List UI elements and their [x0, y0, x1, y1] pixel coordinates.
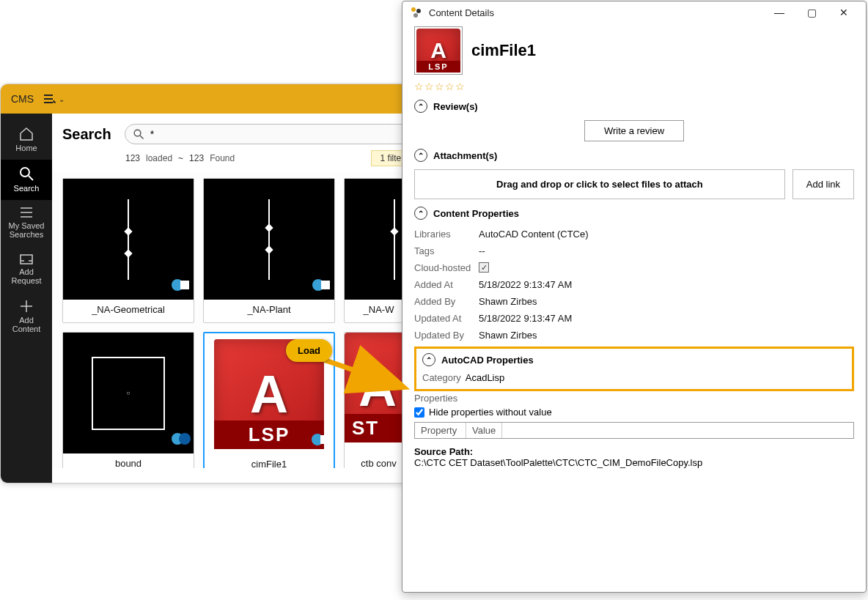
chevron-up-icon: ⌃	[414, 149, 427, 162]
tilde: ~	[178, 153, 183, 163]
tile-band: LSP	[214, 421, 324, 449]
result-tile[interactable]: ○ bound	[62, 332, 194, 468]
section-content-props[interactable]: ⌃ Content Properties	[414, 207, 854, 220]
svg-point-14	[134, 130, 141, 136]
svg-point-26	[416, 9, 421, 13]
chevron-down-icon: ⌄	[59, 95, 65, 103]
app-icon	[410, 6, 423, 19]
nav-add-content-label: Add Content	[1, 316, 52, 333]
prop-key: Updated By	[414, 330, 479, 341]
tile-caption: bound	[63, 453, 194, 468]
section-reviews-label: Review(s)	[433, 101, 478, 112]
badge-icon	[170, 276, 191, 297]
hamburger-icon	[44, 95, 56, 103]
section-attachments-label: Attachment(s)	[433, 150, 497, 161]
section-reviews[interactable]: ⌃ Review(s)	[414, 100, 854, 113]
source-path: Source Path: C:\CTC CET Dataset\ToolPale…	[414, 446, 854, 468]
svg-line-15	[140, 136, 143, 138]
source-path-value: C:\CTC CET Dataset\ToolPalette\CTC\CTC_C…	[414, 457, 854, 468]
prop-value: 5/18/2022 9:13:47 AM	[479, 313, 572, 324]
col-value: Value	[466, 423, 502, 438]
loaded-label: loaded	[146, 153, 172, 163]
search-title: Search	[62, 126, 111, 143]
source-path-label: Source Path:	[414, 446, 854, 457]
col-property: Property	[415, 423, 466, 438]
result-tile[interactable]: _NA-Plant	[203, 178, 335, 323]
category-key: Category	[422, 372, 461, 383]
prop-value: --	[479, 245, 485, 256]
search-icon	[18, 166, 34, 182]
nav-add-request[interactable]: Add Request	[1, 246, 52, 292]
property-value-table: Property Value	[414, 422, 854, 439]
cms-app-name: CMS	[11, 93, 34, 105]
add-link-button[interactable]: Add link	[792, 169, 854, 199]
hide-empty-props-checkbox[interactable]	[414, 407, 424, 418]
tile-band: ST	[345, 414, 411, 442]
nav-home-label: Home	[1, 144, 52, 152]
thumb-band: LSP	[416, 61, 460, 73]
prop-key: Libraries	[414, 229, 479, 240]
details-thumbnail: ALSP	[414, 26, 463, 75]
category-value: AcadLisp	[466, 372, 504, 383]
section-acad-props[interactable]: ⌃ AutoCAD Properties	[422, 353, 846, 366]
hide-empty-props-label: Hide properties without value	[429, 407, 552, 418]
prop-key: Added At	[414, 279, 479, 290]
home-icon	[18, 127, 34, 141]
tile-caption: _NA-Geometrical	[63, 300, 194, 322]
badge-icon	[311, 276, 331, 297]
acad-props-highlight: ⌃ AutoCAD Properties Category AcadLisp	[414, 347, 854, 391]
chevron-up-icon: ⌃	[414, 207, 427, 220]
nav-search-label: Search	[1, 184, 52, 193]
svg-line-5	[29, 176, 33, 180]
svg-marker-3	[54, 100, 56, 103]
write-review-button[interactable]: Write a review	[584, 120, 684, 141]
chevron-up-icon: ⌃	[422, 353, 435, 366]
inbox-icon	[18, 252, 34, 265]
prop-value: AutoCAD Content (CTCe)	[479, 229, 589, 240]
badge-icon	[310, 431, 331, 451]
details-window-title: Content Details	[429, 7, 494, 18]
prop-key: Added By	[414, 296, 479, 307]
section-attachments[interactable]: ⌃ Attachment(s)	[414, 149, 854, 162]
svg-rect-17	[180, 281, 189, 289]
cloud-hosted-checkbox[interactable]: ✓	[479, 262, 489, 273]
badge-icon	[170, 430, 191, 451]
properties-label: Properties	[414, 393, 854, 404]
nav-saved-searches[interactable]: My Saved Searches	[1, 200, 52, 246]
nav-add-request-label: Add Request	[1, 267, 52, 285]
tile-caption: cimFile1	[205, 454, 334, 468]
cms-sidebar: Home Search My Saved Searches Add Reques…	[1, 114, 52, 483]
nav-add-content[interactable]: Add Content	[1, 293, 52, 341]
details-title: cimFile1	[471, 41, 536, 60]
prop-key: Tags	[414, 245, 479, 256]
rating-stars[interactable]: ☆☆☆☆☆	[414, 81, 854, 92]
chevron-up-icon: ⌃	[414, 100, 427, 113]
svg-point-4	[21, 168, 29, 177]
prop-value: Shawn Zirbes	[479, 296, 537, 307]
prop-key: Cloud-hosted	[414, 262, 479, 273]
minimize-button[interactable]: ―	[763, 2, 795, 23]
svg-point-25	[411, 7, 416, 12]
svg-point-27	[413, 13, 418, 18]
load-callout: Load	[286, 339, 332, 362]
plus-icon	[19, 299, 34, 314]
nav-home[interactable]: Home	[1, 121, 52, 160]
result-tile[interactable]: _NA-Geometrical	[62, 178, 194, 323]
prop-key: Updated At	[414, 313, 479, 324]
found-label: Found	[210, 153, 235, 163]
tile-caption: _NA-Plant	[204, 300, 334, 322]
content-details-window: Content Details ― ▢ ✕ ALSP cimFile1 ☆☆☆☆…	[402, 1, 867, 593]
svg-rect-9	[21, 255, 32, 264]
svg-rect-19	[321, 281, 330, 289]
attachment-dropzone[interactable]: Drag and drop or click to select files t…	[414, 169, 785, 199]
list-icon	[18, 206, 34, 219]
prop-value: 5/18/2022 9:13:47 AM	[479, 279, 572, 290]
details-titlebar[interactable]: Content Details ― ▢ ✕	[402, 1, 866, 23]
close-button[interactable]: ✕	[828, 2, 860, 23]
maximize-button[interactable]: ▢	[795, 2, 828, 23]
svg-rect-23	[320, 435, 329, 444]
nav-search[interactable]: Search	[1, 160, 52, 200]
search-field-icon	[133, 128, 144, 140]
found-count: 123	[189, 153, 204, 163]
cms-menu-button[interactable]: ⌄	[44, 95, 65, 103]
